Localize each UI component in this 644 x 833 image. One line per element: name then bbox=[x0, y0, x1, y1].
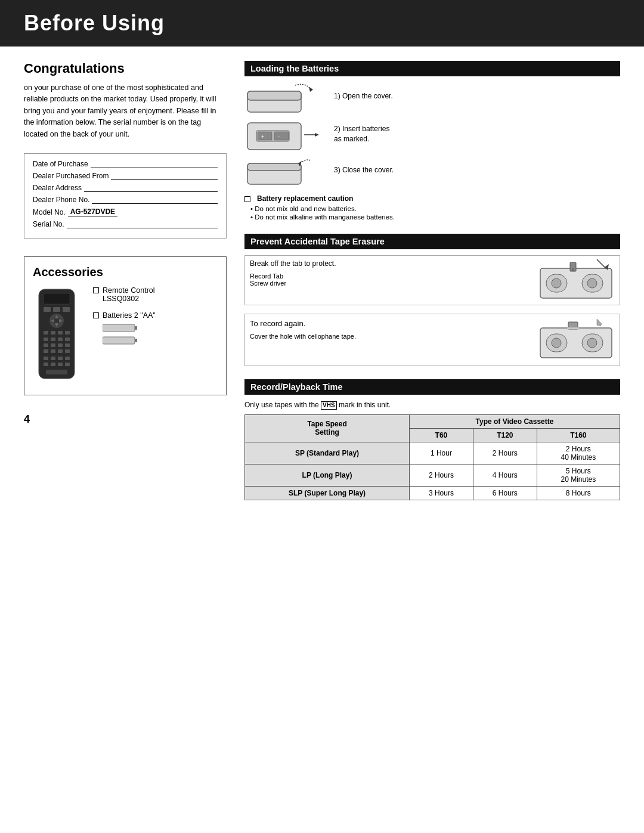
svg-rect-38 bbox=[103, 337, 135, 344]
batteries-image bbox=[103, 323, 156, 345]
sp-t60: 1 Hour bbox=[410, 442, 473, 464]
acc-item-remote: Remote ControlLSSQ0302 bbox=[93, 286, 218, 303]
step1-label: 1) Open the cover. bbox=[334, 91, 393, 101]
tape-cassette-diagram bbox=[537, 259, 615, 301]
record-playback-intro: Only use tapes with the VHS mark in this… bbox=[244, 401, 620, 410]
congratulations-section: Congratulations on your purchase of one … bbox=[24, 61, 227, 140]
svg-rect-25 bbox=[58, 349, 63, 353]
caution-title-text: Battery replacement caution bbox=[257, 194, 353, 203]
t160-header: T160 bbox=[537, 428, 620, 442]
slp-t60: 3 Hours bbox=[410, 486, 473, 500]
to-record-box: To record again. Cover the hole with cel… bbox=[244, 314, 620, 366]
congratulations-body: on your purchase of one of the most soph… bbox=[24, 82, 227, 140]
to-record-again: To record again. bbox=[250, 319, 356, 328]
accessories-box: Accessories bbox=[24, 256, 227, 395]
info-value-model: AG-527DVDE bbox=[68, 208, 117, 216]
table-row: SP (Standard Play) 1 Hour 2 Hours 2 Hour… bbox=[245, 442, 620, 464]
svg-point-56 bbox=[552, 278, 561, 288]
slp-t120: 6 Hours bbox=[473, 486, 537, 500]
acc-item-batteries: Batteries 2 "AA" bbox=[93, 311, 218, 345]
page-number: 4 bbox=[24, 413, 227, 426]
info-label-dealer: Dealer Purchased From bbox=[33, 172, 109, 180]
info-label-serial: Serial No. bbox=[33, 220, 64, 228]
svg-rect-26 bbox=[65, 349, 70, 353]
batteries-label: Batteries 2 "AA" bbox=[103, 311, 156, 320]
cover-hole-text: Cover the hole with cellophane tape. bbox=[250, 333, 356, 340]
battery-caution: Battery replacement caution Do not mix o… bbox=[244, 194, 620, 221]
svg-rect-11 bbox=[44, 331, 48, 335]
info-row-phone: Dealer Phone No. bbox=[33, 196, 218, 204]
svg-rect-3 bbox=[53, 307, 60, 312]
table-header-row: Tape SpeedSetting Type of Video Cassette bbox=[245, 414, 620, 428]
prevent-diagram-wrap: Break off the tab to protect. Record Tab… bbox=[244, 255, 620, 366]
step2-label: 2) Insert batteriesas marked. bbox=[334, 124, 389, 144]
table-row: SLP (Super Long Play) 3 Hours 6 Hours 8 … bbox=[245, 486, 620, 500]
loading-batteries-header: Loading the Batteries bbox=[244, 61, 620, 76]
table-row: LP (Long Play) 2 Hours 4 Hours 5 Hours20… bbox=[245, 464, 620, 486]
info-line-dealer bbox=[111, 172, 218, 180]
video-cassette-header: Type of Video Cassette bbox=[410, 414, 620, 428]
prevent-erasure-section: Prevent Accidental Tape Erasure Break of… bbox=[244, 234, 620, 366]
svg-text:+: + bbox=[261, 134, 264, 140]
svg-rect-37 bbox=[135, 326, 137, 330]
playback-table: Tape SpeedSetting Type of Video Cassette… bbox=[244, 414, 620, 500]
svg-rect-1 bbox=[44, 293, 70, 304]
svg-rect-14 bbox=[65, 331, 70, 335]
svg-rect-13 bbox=[58, 331, 63, 335]
batteries-checkbox bbox=[93, 312, 99, 318]
break-off-text-block: Break off the tab to protect. Record Tab… bbox=[250, 259, 336, 287]
svg-rect-51 bbox=[247, 163, 301, 171]
info-row-address: Dealer Address bbox=[33, 184, 218, 192]
t60-header: T60 bbox=[410, 428, 473, 442]
svg-rect-19 bbox=[44, 343, 48, 347]
svg-text:-: - bbox=[278, 134, 280, 140]
accessories-list: Remote ControlLSSQ0302 Batteries 2 "AA" bbox=[93, 286, 218, 354]
svg-rect-24 bbox=[51, 349, 55, 353]
slp-label: SLP (Super Long Play) bbox=[245, 486, 410, 500]
svg-point-57 bbox=[587, 278, 597, 288]
remote-label: Remote ControlLSSQ0302 bbox=[103, 286, 155, 303]
info-row-date: Date of Purchase bbox=[33, 160, 218, 168]
svg-rect-68 bbox=[567, 327, 579, 329]
info-line-serial bbox=[67, 220, 218, 228]
svg-rect-23 bbox=[44, 349, 48, 353]
sp-t160: 2 Hours40 Minutes bbox=[537, 442, 620, 464]
break-off-text: Break off the tab to protect. bbox=[250, 259, 336, 268]
info-box: Date of Purchase Dealer Purchased From D… bbox=[24, 153, 227, 239]
svg-rect-36 bbox=[103, 324, 135, 332]
record-playback-section: Record/Playback Time Only use tapes with… bbox=[244, 379, 620, 500]
svg-rect-4 bbox=[63, 307, 70, 312]
vhs-mark: VHS bbox=[321, 401, 337, 410]
svg-rect-33 bbox=[58, 363, 63, 366]
remote-image bbox=[33, 286, 83, 386]
info-label-phone: Dealer Phone No. bbox=[33, 196, 89, 204]
step3-label: 3) Close the cover. bbox=[334, 165, 394, 175]
svg-rect-39 bbox=[135, 339, 137, 342]
intro-text2: mark in this unit. bbox=[339, 401, 391, 409]
svg-marker-42 bbox=[309, 87, 313, 92]
info-row-dealer: Dealer Purchased From bbox=[33, 172, 218, 180]
info-label-date: Date of Purchase bbox=[33, 160, 88, 168]
tape-cassette-diagram-2 bbox=[537, 319, 615, 361]
svg-rect-20 bbox=[51, 343, 55, 347]
info-label-address: Dealer Address bbox=[33, 184, 82, 192]
info-label-model: Model No. bbox=[33, 208, 66, 216]
right-column: Loading the Batteries bbox=[244, 61, 620, 513]
caution-item-1: Do not mix old and new batteries. bbox=[244, 205, 620, 212]
screw-driver-text: Screw driver bbox=[250, 280, 286, 287]
record-playback-header: Record/Playback Time bbox=[244, 379, 620, 395]
tape-speed-header: Tape SpeedSetting bbox=[245, 414, 410, 442]
to-record-text-block: To record again. Cover the hole with cel… bbox=[250, 319, 356, 340]
loading-batteries-section: Loading the Batteries bbox=[244, 61, 620, 221]
page-header: Before Using bbox=[0, 0, 644, 47]
open-cover-diagram bbox=[244, 82, 328, 115]
info-line-address bbox=[84, 184, 218, 192]
record-tab-text: Record Tab bbox=[250, 272, 283, 280]
battery-icon-1 bbox=[103, 323, 138, 333]
svg-rect-27 bbox=[44, 357, 48, 360]
svg-rect-18 bbox=[65, 337, 70, 341]
svg-line-60 bbox=[597, 259, 606, 268]
svg-rect-35 bbox=[46, 370, 67, 374]
close-cover-diagram bbox=[244, 157, 328, 187]
batteries-item-content: Batteries 2 "AA" bbox=[103, 311, 156, 345]
